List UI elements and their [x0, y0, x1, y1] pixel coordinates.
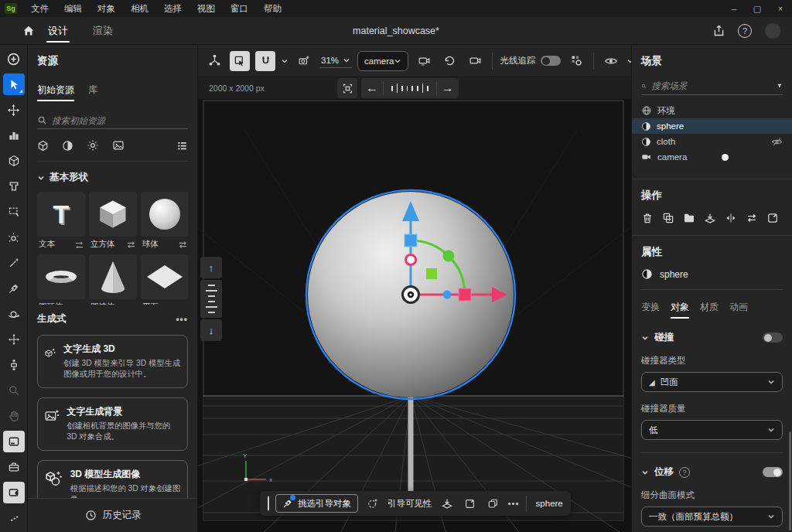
marquee-select-tool[interactable]: [3, 201, 25, 223]
dolly-tool[interactable]: [3, 354, 25, 376]
shape-card-sphere[interactable]: 球体: [141, 192, 188, 250]
dolly-up-button[interactable]: ↑: [200, 257, 222, 278]
add-camera-button[interactable]: [414, 51, 434, 71]
tab-design[interactable]: 设计: [45, 17, 71, 45]
models-tool[interactable]: [3, 150, 25, 172]
active-camera-dot[interactable]: [722, 154, 729, 161]
tab-starter-assets[interactable]: 初始资源: [37, 84, 74, 101]
mirror-button[interactable]: [725, 212, 737, 224]
close-button[interactable]: ×: [769, 0, 792, 17]
scene-item-environment[interactable]: 环境: [632, 103, 792, 118]
menu-select[interactable]: 选择: [156, 0, 189, 17]
models-filter-icon[interactable]: [37, 140, 49, 152]
drag-handle[interactable]: [268, 496, 269, 510]
toolbox[interactable]: [3, 456, 25, 478]
duplicate-button[interactable]: [662, 212, 674, 224]
ray-tracing-toggle[interactable]: [541, 56, 561, 66]
subdiv-mode-select[interactable]: 一致（面部预算总额）: [641, 506, 783, 527]
zoom-tool[interactable]: [3, 380, 25, 401]
scene-search[interactable]: [641, 77, 783, 95]
backdrop-tool[interactable]: [3, 431, 25, 452]
drop-to-ground-button[interactable]: [439, 495, 456, 512]
select-tool[interactable]: [3, 73, 25, 95]
frame-selection-button[interactable]: [230, 51, 250, 71]
menu-camera[interactable]: 相机: [123, 0, 156, 17]
lights-filter-icon[interactable]: [87, 139, 99, 152]
frame-scrubber[interactable]: [384, 84, 436, 93]
collision-toggle[interactable]: [763, 332, 783, 343]
tab-material[interactable]: 材质: [700, 301, 719, 319]
menu-window[interactable]: 窗口: [223, 0, 256, 17]
gizmo-mode-button[interactable]: [204, 51, 224, 71]
visibility-off-icon[interactable]: [771, 136, 783, 148]
hand-tool[interactable]: [3, 405, 25, 427]
shape-card-plane[interactable]: 平面: [141, 254, 188, 305]
camera-locked-button[interactable]: [465, 51, 485, 71]
shape-card-text[interactable]: T 文本: [37, 192, 85, 250]
dolly-down-button[interactable]: ↓: [200, 319, 222, 341]
materials-filter-icon[interactable]: [62, 140, 73, 152]
history-button[interactable]: 历史记录: [28, 498, 198, 532]
assets-search[interactable]: [37, 112, 188, 129]
tab-render[interactable]: 渲染: [90, 17, 116, 45]
rename-button[interactable]: [766, 212, 779, 224]
displacement-toggle[interactable]: [763, 467, 783, 477]
snap-options-chevron[interactable]: [281, 57, 288, 65]
menu-object[interactable]: 对象: [90, 0, 123, 17]
scrollbar[interactable]: [789, 431, 791, 530]
scene-item-cloth[interactable]: cloth: [632, 134, 792, 149]
more-tools-button[interactable]: [3, 507, 25, 529]
maximize-button[interactable]: ▢: [746, 0, 769, 17]
scene-search-input[interactable]: [651, 81, 772, 90]
delete-button[interactable]: [641, 212, 654, 224]
filter-icon[interactable]: [777, 80, 783, 91]
text-3d-tool[interactable]: [3, 176, 25, 197]
render-settings-button[interactable]: [566, 51, 586, 71]
fit-frame-button[interactable]: [337, 78, 357, 98]
camera-select[interactable]: camera: [357, 51, 408, 71]
orbit-tool[interactable]: [3, 303, 25, 325]
note-button[interactable]: [462, 495, 479, 512]
menu-help[interactable]: 帮助: [256, 0, 289, 17]
reset-camera-button[interactable]: [439, 51, 459, 71]
canvas-3d[interactable]: Y x ↑ ↓ 挑选引导对象: [198, 99, 631, 532]
view-options-button[interactable]: [601, 51, 621, 71]
light-tool[interactable]: [3, 227, 25, 248]
shape-card-cube[interactable]: 立方体: [89, 192, 137, 250]
tab-animation[interactable]: 动画: [729, 301, 748, 319]
help-button[interactable]: ?: [738, 24, 752, 38]
generative-more-button[interactable]: •••: [176, 314, 188, 325]
shape-card-torus[interactable]: 圆环体: [37, 254, 85, 305]
viewport[interactable]: 31% camera 光线追踪 2000 x 2000 px: [198, 45, 631, 532]
camera-sparkle-button[interactable]: [294, 51, 314, 71]
images-filter-icon[interactable]: [112, 139, 125, 152]
displacement-help-icon[interactable]: ?: [679, 467, 690, 478]
more-options-button[interactable]: •••: [508, 499, 520, 508]
collider-type-select[interactable]: ◢ 凹面: [641, 372, 783, 392]
shape-card-cone[interactable]: 圆锥体: [89, 254, 137, 305]
gen-card-text-to-background[interactable]: 文字生成背景 创建相机背景的图像并与您的 3D 对象合成。: [37, 397, 188, 451]
layers-button[interactable]: [485, 495, 502, 512]
stage-tool[interactable]: [3, 124, 25, 146]
tab-object[interactable]: 对象: [671, 301, 689, 319]
drop-to-ground-button[interactable]: [704, 212, 716, 224]
share-button[interactable]: [712, 24, 725, 37]
home-button[interactable]: [22, 24, 36, 38]
gen-card-text-to-3d[interactable]: 文字生成 3D 创建 3D 模型来引导 3D 模型生成图像或用于您的设计中。: [37, 335, 188, 388]
group-button[interactable]: [683, 212, 695, 224]
pick-guide-object-button[interactable]: 挑选引导对象: [275, 494, 358, 513]
menu-file[interactable]: 文件: [23, 0, 56, 17]
pan-tool[interactable]: [3, 329, 25, 350]
tab-transform[interactable]: 变换: [641, 301, 660, 319]
avatar[interactable]: [764, 22, 781, 39]
dolly-slider[interactable]: [200, 280, 222, 318]
prev-frame-button[interactable]: ←: [361, 78, 383, 98]
displacement-section-header[interactable]: 位移 ?: [641, 466, 783, 479]
collision-section-header[interactable]: 碰撞: [641, 331, 783, 344]
scene-item-camera[interactable]: camera: [632, 149, 792, 165]
move-tool[interactable]: [3, 99, 25, 121]
assets-search-input[interactable]: [52, 116, 188, 125]
collider-quality-select[interactable]: 低: [641, 420, 783, 440]
add-asset-button[interactable]: [3, 48, 25, 70]
next-frame-button[interactable]: →: [437, 78, 459, 98]
